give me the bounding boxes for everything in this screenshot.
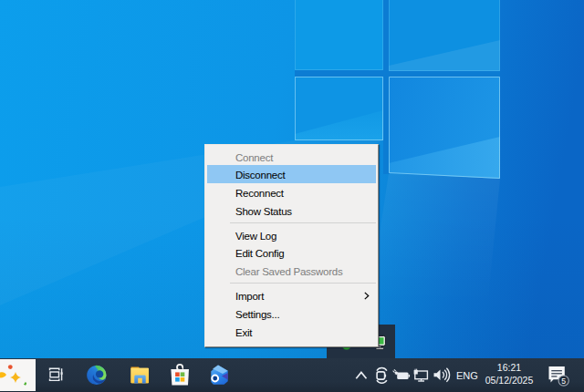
svg-text:5: 5 [561, 377, 566, 386]
